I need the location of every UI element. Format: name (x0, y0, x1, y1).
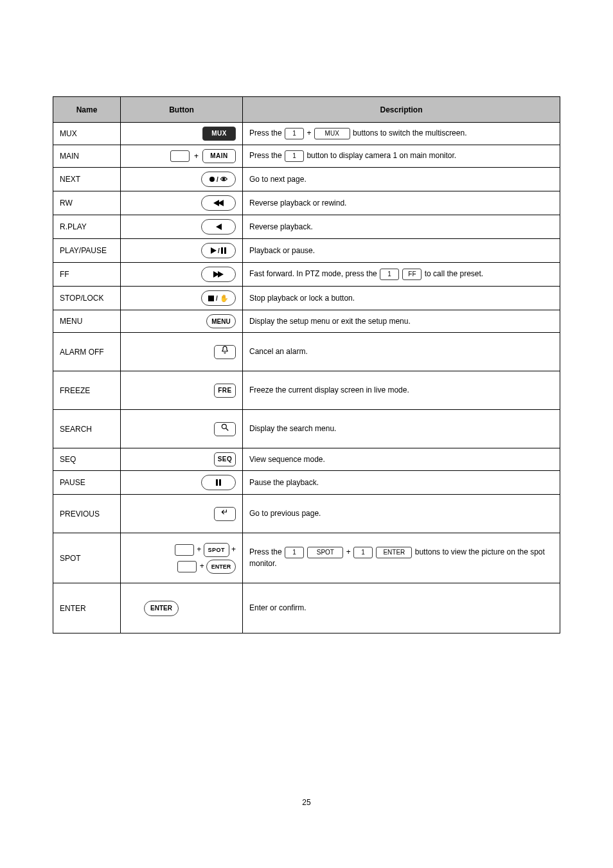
keycap-icon (177, 561, 197, 572)
keycap-icon (175, 544, 194, 556)
table-row: STOP/LOCK / ✋ Stop playback or lock a bu… (53, 287, 560, 310)
svg-point-0 (222, 424, 226, 429)
main-button-icon: MAIN (202, 149, 236, 163)
text: + (306, 128, 313, 137)
table-row: SEQ SEQ View sequence mode. (53, 448, 560, 471)
search-button-icon (214, 422, 236, 436)
freeze-button-icon: FRE (214, 384, 236, 398)
text: Press the (249, 128, 284, 137)
text: button to display camera 1 on main monit… (306, 151, 456, 160)
button-cell: SEQ (121, 448, 243, 471)
name-cell: SEQ (53, 448, 121, 471)
alarm-button-icon (214, 345, 236, 359)
keycap-icon: 1 (380, 269, 399, 280)
desc-cell: Fast forward. In PTZ mode, press the 1 F… (243, 263, 560, 287)
button-cell: MENU (121, 310, 243, 333)
button-cell: / 👁 (121, 168, 243, 191)
play-pause-button-icon: / (201, 243, 236, 258)
name-cell: R.PLAY (53, 215, 121, 239)
name-cell: STOP/LOCK (53, 287, 121, 310)
name-cell: SEARCH (53, 410, 121, 448)
table-row: MUX MUX Press the 1 + MUX buttons to swi… (53, 123, 560, 145)
desc-cell: Go to next page. (243, 168, 560, 191)
stop-lock-button-icon: / ✋ (201, 290, 236, 306)
desc-cell: Enter or confirm. (243, 583, 560, 633)
desc-cell: Press the 1 + MUX buttons to switch the … (243, 123, 560, 145)
desc-cell: Reverse playback or rewind. (243, 191, 560, 215)
name-cell: PREVIOUS (53, 495, 121, 533)
desc-cell: Freeze the current display screen in liv… (243, 371, 560, 410)
name-cell: SPOT (53, 533, 121, 583)
return-icon (220, 508, 229, 517)
desc-cell: Cancel an alarm. (243, 333, 560, 371)
button-cell: / ✋ (121, 287, 243, 310)
desc-cell: View sequence mode. (243, 448, 560, 471)
table-row: SPOT + SPOT + + ENTER Press the 1 SPOT (53, 533, 560, 583)
button-cell: / (121, 239, 243, 263)
col-button: Button (121, 97, 243, 123)
desc-cell: Reverse playback. (243, 215, 560, 239)
button-cell: + MAIN (121, 145, 243, 168)
keycap-icon: 1 (285, 547, 304, 558)
text: Fast forward. In PTZ mode, press the (249, 269, 379, 278)
table-row: FREEZE FRE Freeze the current display sc… (53, 371, 560, 410)
button-cell: ENTER (121, 583, 243, 633)
name-cell: PAUSE (53, 471, 121, 495)
plus-icon: + (231, 545, 236, 554)
button-cell (121, 495, 243, 533)
desc-cell: Display the setup menu or exit the setup… (243, 310, 560, 333)
rewind-button-icon (201, 195, 236, 211)
table-row: SEARCH Display the search menu. (53, 410, 560, 448)
spot-button-icon: SPOT (204, 543, 229, 557)
button-cell: + SPOT + + ENTER (121, 533, 243, 583)
name-cell: MAIN (53, 145, 121, 168)
button-cell (121, 191, 243, 215)
desc-cell: Playback or pause. (243, 239, 560, 263)
button-cell: FRE (121, 371, 243, 410)
triangle-left-icon (218, 200, 224, 206)
button-cell (121, 215, 243, 239)
keycap-icon: SPOT (307, 547, 343, 558)
col-description: Description (243, 97, 560, 123)
pause-icon (221, 247, 226, 254)
plus-icon: + (197, 545, 201, 554)
function-table: Name Button Description MUX MUX Press th… (53, 96, 560, 633)
table-row: PREVIOUS Go to previous page. (53, 495, 560, 533)
previous-button-icon (214, 507, 236, 521)
keycap-icon: ENTER (376, 547, 412, 558)
table-row: ENTER ENTER Enter or confirm. (53, 583, 560, 633)
table-row: ALARM OFF Cancel an alarm. (53, 333, 560, 371)
keycap-icon: 1 (285, 150, 304, 162)
desc-cell: Go to previous page. (243, 495, 560, 533)
col-name: Name (53, 97, 121, 123)
name-cell: MENU (53, 310, 121, 333)
pause-icon (216, 479, 221, 486)
reverse-play-button-icon (201, 219, 236, 235)
triangle-left-icon (216, 224, 222, 230)
name-cell: ENTER (53, 583, 121, 633)
keycap-icon: FF (402, 269, 422, 280)
name-cell: FF (53, 263, 121, 287)
table-row: NEXT / 👁 Go to next page. (53, 168, 560, 191)
desc-cell: Display the search menu. (243, 410, 560, 448)
keycap-icon: MUX (314, 128, 350, 139)
hand-icon: ✋ (220, 294, 229, 303)
text: Press the (249, 151, 284, 160)
text: to call the preset. (425, 269, 483, 278)
desc-cell: Press the 1 SPOT + 1 ENTER buttons to vi… (243, 533, 560, 583)
desc-cell: Pause the playback. (243, 471, 560, 495)
button-cell (121, 410, 243, 448)
table-row: RW Reverse playback or rewind. (53, 191, 560, 215)
mux-button-icon: MUX (202, 127, 236, 141)
table-row: MAIN + MAIN Press the 1 button to displa… (53, 145, 560, 168)
button-cell (121, 263, 243, 287)
bell-icon (220, 346, 229, 355)
table-row: PAUSE Pause the playback. (53, 471, 560, 495)
desc-cell: Stop playback or lock a button. (243, 287, 560, 310)
stop-icon (208, 296, 214, 301)
pause-button-icon (201, 475, 236, 490)
triangle-right-icon (211, 247, 217, 254)
eye-icon: 👁 (220, 175, 227, 183)
name-cell: RW (53, 191, 121, 215)
text: Press the (249, 548, 284, 557)
